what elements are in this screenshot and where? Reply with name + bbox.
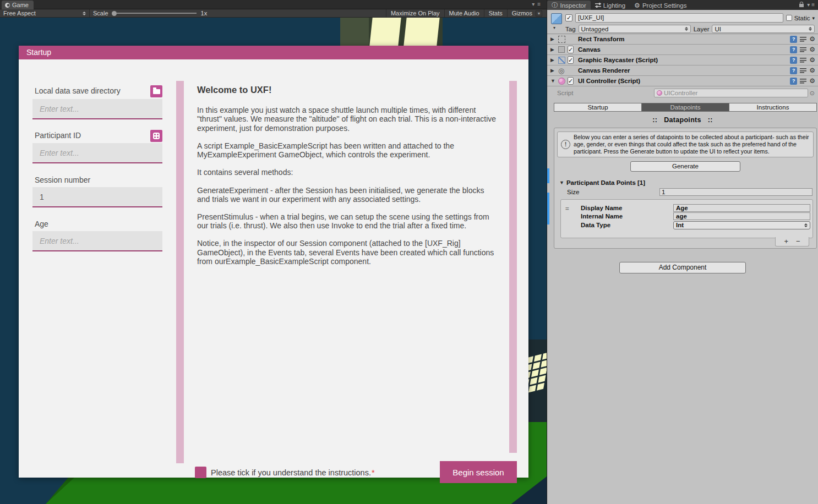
gameobject-header: ▾ ✓ [UXF_UI] Static ▾ Tag Untagged Layer: [547, 10, 818, 34]
mute-audio-button[interactable]: Mute Audio: [444, 9, 484, 17]
tab-instructions[interactable]: Instructions: [729, 103, 817, 112]
gear-icon[interactable]: ⚙: [809, 78, 815, 84]
maximize-on-play-button[interactable]: Maximize On Play: [386, 9, 444, 17]
tab-project-settings[interactable]: ⚙ Project Settings: [630, 1, 691, 10]
foldout-icon[interactable]: ▶: [550, 36, 554, 42]
local-dir-placeholder: Enter text...: [40, 105, 79, 113]
component-rect-transform[interactable]: ▶ Rect Transform ? ⚙: [547, 34, 818, 45]
object-picker-icon[interactable]: ⊙: [810, 90, 815, 97]
foldout-icon[interactable]: ▼: [550, 78, 555, 84]
tab-startup[interactable]: Startup: [554, 103, 641, 112]
begin-session-button[interactable]: Begin session: [440, 461, 517, 483]
preset-icon[interactable]: [800, 68, 806, 73]
data-type-label: Data Type: [581, 222, 673, 228]
script-label: Script: [557, 90, 654, 96]
inspector-menu-icon[interactable]: ▾ ≡: [807, 2, 815, 8]
size-field[interactable]: 1: [659, 188, 812, 196]
aspect-dropdown[interactable]: Free Aspect: [0, 9, 90, 17]
help-icon[interactable]: ?: [790, 36, 797, 43]
session-number-input[interactable]: 1: [32, 187, 162, 207]
ui-controller-enabled-checkbox[interactable]: ✓: [568, 77, 574, 85]
local-dir-label: Local data save directory: [35, 86, 121, 95]
gizmos-caret-icon[interactable]: ▾: [536, 10, 542, 17]
help-icon[interactable]: ?: [790, 57, 797, 64]
tab-inspector[interactable]: ⓘ Inspector: [547, 1, 591, 10]
internal-name-field[interactable]: age: [673, 212, 810, 220]
tab-game[interactable]: Game: [2, 1, 34, 9]
graphic-raycaster-icon: [558, 57, 565, 64]
foldout-icon[interactable]: ▶: [550, 68, 554, 73]
script-value: UIController: [664, 90, 697, 96]
scale-slider-track: [117, 13, 197, 14]
gameobject-active-checkbox[interactable]: ✓: [565, 14, 572, 21]
add-component-button[interactable]: Add Component: [619, 262, 746, 273]
drag-handle-icon[interactable]: =: [565, 205, 569, 212]
gizmos-label: Gizmos: [512, 10, 532, 17]
component-graphic-raycaster[interactable]: ▶ ✓ Graphic Raycaster (Script) ? ⚙: [547, 55, 818, 65]
gameobject-name-field[interactable]: [UXF_UI]: [575, 13, 783, 23]
preset-icon[interactable]: [800, 57, 806, 63]
tag-dropdown[interactable]: Untagged: [579, 25, 691, 33]
section-title: ::Datapoints::: [547, 116, 818, 124]
instructions-paragraph: PresentStimulus - when a trial begins, w…: [197, 212, 497, 230]
preset-icon[interactable]: [800, 47, 806, 52]
help-icon[interactable]: ?: [790, 46, 797, 53]
tab-lighting[interactable]: Lighting: [591, 1, 630, 10]
component-canvas-renderer[interactable]: ▶ ◎ Canvas Renderer ? ⚙: [547, 65, 818, 76]
canvas-enabled-checkbox[interactable]: ✓: [568, 46, 574, 53]
instructions-paragraph: It contains several methods:: [197, 168, 497, 177]
datapoint-item: = Display Name Age Internal Name age Dat…: [560, 199, 813, 238]
participant-datapoints-foldout[interactable]: ▼ Participant Data Points [1]: [559, 179, 814, 186]
instructions-scrollbar-left[interactable]: [176, 81, 184, 463]
browse-folder-button[interactable]: [150, 85, 162, 97]
rect-transform-icon: [558, 36, 565, 43]
stats-button[interactable]: Stats: [484, 9, 507, 17]
foldout-icon[interactable]: ▶: [550, 57, 554, 63]
remove-item-button[interactable]: −: [796, 238, 800, 245]
help-icon[interactable]: ?: [790, 67, 797, 74]
participant-id-input[interactable]: Enter text...: [32, 143, 162, 163]
panel-menu-icon[interactable]: ▾ ≡: [532, 1, 541, 7]
foldout-icon[interactable]: ▼: [559, 180, 564, 185]
gear-icon[interactable]: ⚙: [809, 67, 815, 74]
instructions-paragraph: Notice, in the inspector of our Session …: [197, 239, 497, 266]
ui-controller-script-icon: [558, 78, 565, 85]
data-type-dropdown[interactable]: Int: [673, 221, 810, 229]
gear-icon[interactable]: ⚙: [809, 36, 815, 42]
instructions-paragraph: A script Example_BasicExampleScript has …: [197, 141, 497, 159]
gameobject-icon-caret[interactable]: ▾: [553, 25, 555, 30]
component-name: Canvas Renderer: [578, 67, 630, 74]
instructions-scrollbar-right[interactable]: [509, 81, 517, 453]
gizmos-button[interactable]: Gizmos ▾: [507, 9, 547, 17]
add-item-button[interactable]: +: [784, 238, 788, 245]
gear-icon[interactable]: ⚙: [809, 46, 815, 53]
startup-dialog: Startup Local data save directory Enter …: [19, 46, 528, 478]
script-asset-icon: [657, 90, 662, 96]
preset-icon[interactable]: [800, 78, 806, 84]
generate-button[interactable]: Generate: [630, 161, 740, 172]
local-dir-input[interactable]: Enter text...: [32, 99, 162, 119]
script-object-field[interactable]: UIController: [654, 89, 808, 97]
layer-label: Layer: [694, 26, 710, 32]
inspector-panel: ⓘ Inspector Lighting ⚙ Project Settings …: [547, 0, 818, 504]
component-ui-controller[interactable]: ▼ ✓ UI Controller (Script) ? ⚙: [547, 76, 818, 86]
gear-icon[interactable]: ⚙: [809, 57, 815, 63]
static-caret-icon[interactable]: ▾: [812, 15, 815, 21]
consent-checkbox[interactable]: [195, 467, 206, 478]
lock-icon[interactable]: [799, 4, 804, 7]
raycaster-enabled-checkbox[interactable]: ✓: [568, 56, 574, 64]
layer-dropdown[interactable]: UI: [712, 25, 815, 33]
display-name-field[interactable]: Age: [673, 204, 810, 212]
age-input[interactable]: Enter text...: [32, 231, 162, 251]
random-id-button[interactable]: [150, 130, 162, 142]
foldout-icon[interactable]: ▶: [550, 47, 554, 52]
component-canvas[interactable]: ▶ ✓ Canvas ? ⚙: [547, 45, 818, 55]
required-asterisk: *: [372, 468, 375, 477]
preset-icon[interactable]: [800, 36, 806, 42]
help-icon[interactable]: ?: [790, 78, 797, 85]
scale-slider[interactable]: [112, 11, 197, 16]
tab-datapoints[interactable]: Datapoints: [641, 103, 729, 112]
scale-slider-knob[interactable]: [112, 11, 117, 16]
static-checkbox[interactable]: [786, 15, 792, 21]
session-number-value: 1: [40, 193, 44, 201]
